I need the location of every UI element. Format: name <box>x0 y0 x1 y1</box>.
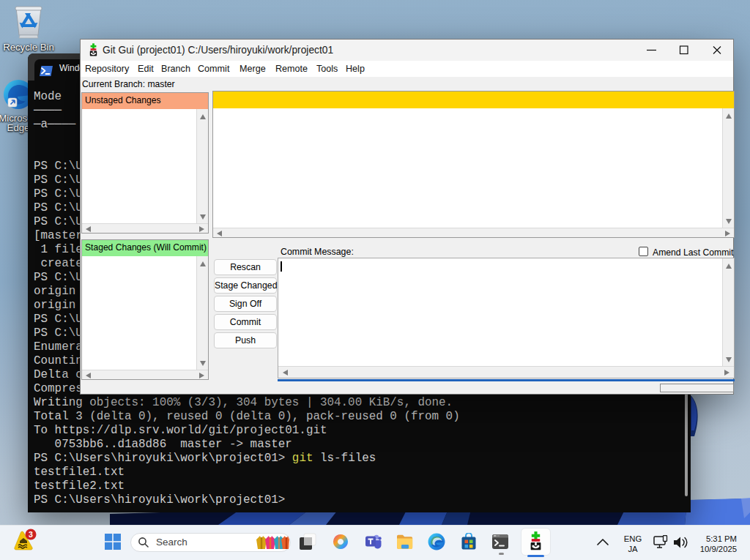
svg-text:3: 3 <box>29 530 33 539</box>
